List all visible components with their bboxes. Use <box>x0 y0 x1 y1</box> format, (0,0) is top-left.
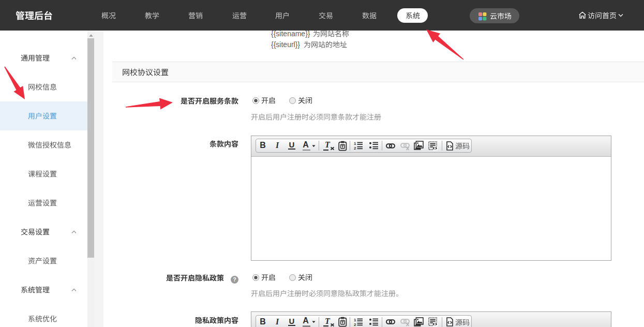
svg-text:?: ? <box>233 276 236 283</box>
svg-text:2: 2 <box>354 322 356 326</box>
svg-text:2: 2 <box>354 146 356 150</box>
